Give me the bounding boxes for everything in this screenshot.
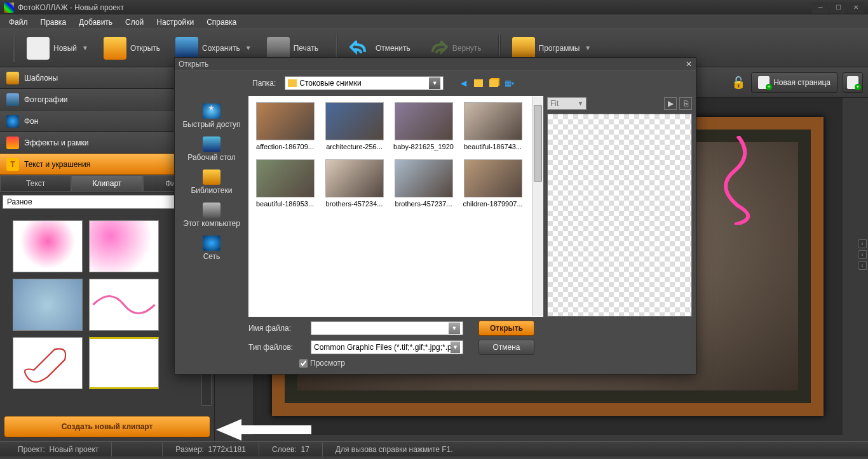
page-settings-button[interactable]	[843, 72, 863, 93]
maximize-button[interactable]: ☐	[830, 2, 846, 13]
box-icon	[512, 37, 535, 60]
libraries-icon	[203, 170, 220, 185]
menu-layer[interactable]: Слой	[119, 17, 150, 28]
new-page-button[interactable]: Новая страница	[751, 72, 837, 93]
file-item[interactable]: children-1879907...	[463, 159, 523, 208]
filetype-dropdown[interactable]: Common Graphic Files (*.tif;*.gif;*.jpg;…	[311, 340, 463, 354]
dialog-cancel-button[interactable]: Отмена	[478, 340, 534, 355]
chevron-down-icon: ▼	[82, 44, 88, 51]
open-button[interactable]: Открыть	[98, 34, 165, 62]
menu-settings[interactable]: Настройки	[150, 17, 200, 28]
network-icon	[203, 236, 220, 251]
place-libraries[interactable]: Библиотеки	[188, 167, 234, 197]
place-network[interactable]: Сеть	[200, 233, 223, 263]
clipart-item[interactable]	[13, 337, 83, 389]
right-collapse-handles[interactable]: ‹‹‹	[858, 239, 867, 270]
menu-add[interactable]: Добавить	[72, 17, 119, 28]
nav-up-icon[interactable]	[473, 77, 484, 89]
preview-checkbox[interactable]	[299, 359, 308, 368]
file-name: brothers-457237...	[393, 200, 454, 208]
clipart-item[interactable]	[13, 220, 83, 272]
titlebar: ФотоКОЛЛАЖ - Новый проект ─ ☐ ✕	[0, 0, 868, 15]
file-name: architecture-256...	[324, 143, 384, 150]
statusbar: Проект: Новый проект Размер: 1772x1181 С…	[0, 441, 868, 456]
text-icon: T	[6, 158, 19, 171]
status-layers: Слоев: 17	[259, 442, 323, 456]
file-thumbnail	[325, 159, 384, 197]
places-sidebar: ★Быстрый доступ Рабочий стол Библиотеки …	[175, 96, 248, 317]
folder-icon	[104, 37, 126, 60]
clipart-item[interactable]	[89, 220, 159, 272]
open-dialog: Открыть ✕ Папка: Стоковые снимки ▼ ◀ ▦▾ …	[174, 57, 696, 375]
file-item[interactable]: affection-186709...	[255, 102, 315, 150]
file-item[interactable]: brothers-457234...	[324, 159, 384, 208]
file-name: affection-186709...	[255, 143, 315, 150]
file-name: beautiful-186743...	[463, 143, 523, 150]
clipart-item[interactable]	[89, 337, 159, 389]
place-quickaccess[interactable]: ★Быстрый доступ	[180, 101, 243, 131]
fit-dropdown[interactable]: Fit▼	[547, 97, 587, 110]
status-help: Для вызова справки нажмите F1.	[323, 442, 466, 456]
file-name: brothers-457234...	[324, 200, 384, 208]
preview-checkbox-label: Просмотр	[310, 359, 345, 368]
star-icon	[6, 72, 19, 84]
menu-help[interactable]: Справка	[200, 17, 243, 28]
subtab-clipart[interactable]: Клипарт	[71, 175, 142, 192]
filename-input[interactable]: ▼	[311, 321, 463, 335]
folder-icon	[288, 79, 297, 87]
file-thumbnail	[464, 102, 522, 140]
nav-back-icon[interactable]: ◀	[458, 77, 469, 89]
app-title: ФотоКОЛЛАЖ - Новый проект	[18, 3, 124, 12]
file-name: beautiful-186953...	[255, 200, 315, 208]
filetype-label: Тип файлов:	[248, 343, 306, 352]
nav-newfolder-icon[interactable]	[488, 77, 499, 89]
preview-panel: Fit▼ ▶ ⎘	[543, 96, 696, 317]
save-icon	[175, 37, 198, 60]
filename-label: Имя файла:	[248, 324, 306, 333]
close-button[interactable]: ✕	[848, 2, 864, 13]
computer-icon	[203, 203, 220, 218]
create-clipart-button[interactable]: Создать новый клипарт	[4, 416, 210, 437]
nav-view-icon[interactable]: ▦▾	[503, 77, 515, 89]
chevron-down-icon: ▼	[245, 44, 252, 51]
folder-dropdown[interactable]: Стоковые снимки ▼	[285, 76, 444, 90]
file-thumbnail	[325, 102, 384, 140]
photo-icon	[6, 93, 19, 106]
file-thumbnail	[464, 159, 522, 197]
file-thumbnail	[256, 102, 315, 140]
preview-tool-2-icon[interactable]: ⎘	[679, 97, 692, 110]
preview-tool-1-icon[interactable]: ▶	[664, 97, 677, 110]
minimize-button[interactable]: ─	[812, 2, 829, 13]
new-button[interactable]: Новый ▼	[22, 34, 93, 62]
file-list: affection-186709...architecture-256...ba…	[248, 96, 543, 317]
desktop-icon	[203, 136, 220, 152]
dialog-title: Открыть	[179, 60, 208, 69]
dialog-open-button[interactable]: Открыть	[478, 321, 534, 336]
redo-icon	[426, 37, 449, 60]
new-file-icon	[27, 37, 50, 60]
chevron-down-icon: ▼	[429, 77, 440, 89]
clipart-item[interactable]	[13, 279, 83, 331]
file-item[interactable]: baby-821625_1920	[393, 102, 454, 150]
dialog-close-button[interactable]: ✕	[686, 60, 692, 69]
globe-icon	[6, 115, 19, 128]
file-name: children-1879907...	[463, 200, 523, 208]
menu-file[interactable]: Файл	[3, 17, 34, 28]
file-thumbnail	[395, 159, 453, 197]
place-desktop[interactable]: Рабочий стол	[185, 134, 238, 164]
file-item[interactable]: architecture-256...	[324, 102, 384, 150]
subtab-text[interactable]: Текст	[0, 175, 71, 192]
filelist-scrollbar[interactable]	[532, 96, 543, 316]
file-item[interactable]: beautiful-186743...	[463, 102, 523, 150]
clipart-item[interactable]	[89, 279, 159, 331]
star-icon: ★	[203, 103, 220, 119]
file-item[interactable]: brothers-457237...	[393, 159, 454, 208]
menu-edit[interactable]: Правка	[34, 17, 73, 28]
file-item[interactable]: beautiful-186953...	[255, 159, 315, 208]
preview-canvas	[547, 114, 692, 317]
lock-icon[interactable]: 🔓	[731, 75, 746, 90]
place-computer[interactable]: Этот компьютер	[180, 200, 243, 230]
menubar: Файл Правка Добавить Слой Настройки Спра…	[0, 15, 868, 29]
file-name: baby-821625_1920	[393, 143, 454, 150]
folder-label: Папка:	[252, 79, 276, 88]
